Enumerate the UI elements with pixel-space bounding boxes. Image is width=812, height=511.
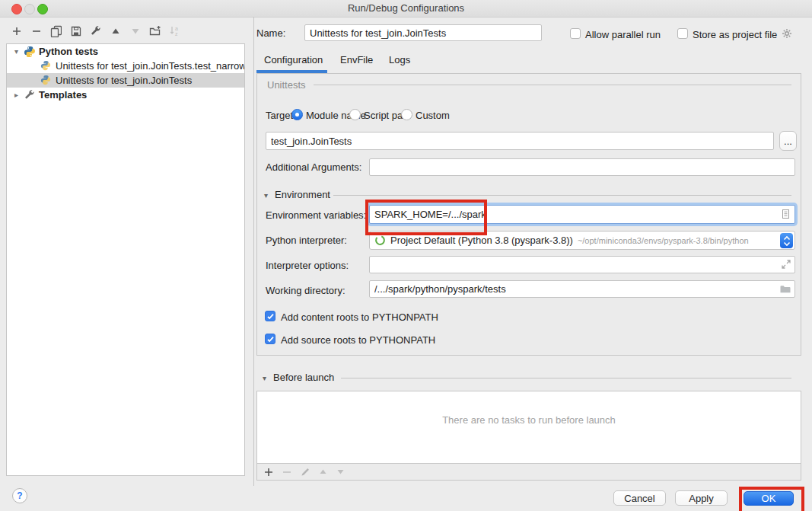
panel-divider[interactable] [253, 17, 254, 486]
conda-environment-icon [374, 235, 386, 246]
copy-configuration-icon[interactable] [50, 25, 62, 37]
configuration-pane: Unittests Target: Module name Script pat… [256, 73, 801, 356]
before-launch-collapse-icon[interactable]: ▾ [263, 374, 266, 382]
help-button[interactable]: ? [12, 488, 27, 503]
additional-arguments-input[interactable] [369, 158, 795, 176]
interpreter-options-label: Interpreter options: [266, 260, 349, 271]
radio-script-path[interactable] [349, 109, 361, 120]
configurations-tree: ▾ Python tests Unittests for test_join.J… [6, 43, 245, 476]
group-divider [314, 85, 791, 85]
interpreter-options-input[interactable] [369, 256, 795, 273]
tree-item-unittest-jointests[interactable]: Unittests for test_join.JoinTests [7, 73, 244, 88]
allow-parallel-run-label: Allow parallel run [585, 29, 661, 40]
env-variables-browse-icon[interactable] [780, 209, 791, 219]
working-directory-input[interactable] [369, 280, 795, 298]
save-configuration-icon[interactable] [70, 25, 81, 37]
radio-custom[interactable] [401, 109, 412, 120]
tree-item-label: Python tests [39, 46, 98, 57]
store-as-project-file-checkbox[interactable] [677, 28, 688, 39]
environment-variables-label: Environment variables: [266, 209, 366, 221]
templates-wrench-icon [24, 89, 36, 101]
move-down-icon [129, 25, 141, 37]
add-configuration-icon[interactable] [11, 25, 22, 37]
add-content-roots-checkbox[interactable] [265, 311, 275, 321]
svg-text:z: z [175, 31, 178, 37]
before-launch-title[interactable]: Before launch [273, 372, 334, 383]
add-source-roots-checkbox[interactable] [265, 334, 275, 344]
edit-templates-icon[interactable] [90, 25, 101, 37]
move-task-down-icon [336, 467, 345, 477]
expand-field-icon[interactable] [781, 259, 791, 270]
additional-arguments-label: Additional Arguments: [266, 161, 361, 173]
allow-parallel-run-checkbox[interactable] [570, 28, 581, 39]
cancel-button[interactable]: Cancel [613, 490, 666, 506]
tree-item-label: Templates [39, 89, 87, 101]
tab-logs[interactable]: Logs [389, 54, 410, 65]
remove-task-icon [282, 467, 292, 477]
python-interpreter-value: Project Default (Python 3.8 (pyspark-3.8… [390, 235, 573, 246]
sort-configurations-icon: az [169, 25, 180, 37]
move-up-icon[interactable] [110, 25, 121, 37]
environment-divider [333, 195, 791, 196]
store-options-gear-icon[interactable] [781, 27, 793, 40]
tab-envfile[interactable]: EnvFile [340, 54, 373, 65]
browse-target-button[interactable]: ... [779, 131, 797, 151]
tree-item-label: Unittests for test_join.JoinTests.test_n… [56, 60, 244, 72]
add-source-roots-label[interactable]: Add source roots to PYTHONPATH [281, 334, 435, 346]
edit-task-icon [300, 467, 310, 477]
before-launch-toolbar [257, 463, 801, 480]
collapsed-triangle-icon[interactable]: ▸ [14, 91, 24, 99]
run-debug-configurations-dialog: Run/Debug Configurations az ▾ Pyt [0, 0, 812, 511]
python-tests-icon [24, 46, 36, 58]
move-task-up-icon [318, 467, 328, 477]
before-launch-divider [341, 378, 791, 378]
environment-variables-input[interactable] [369, 205, 795, 224]
before-launch-empty-message: There are no tasks to run before launch [257, 414, 801, 426]
tab-configuration[interactable]: Configuration [264, 54, 323, 65]
store-as-project-file-label: Store as project file [693, 29, 777, 40]
python-interpreter-select[interactable]: Project Default (Python 3.8 (pyspark-3.8… [369, 231, 795, 250]
environment-section-title[interactable]: Environment [275, 189, 330, 200]
ok-button[interactable]: OK [744, 491, 794, 506]
unittests-group-title: Unittests [267, 79, 306, 91]
tree-item-unittest-narrow[interactable]: Unittests for test_join.JoinTests.test_n… [7, 59, 244, 73]
dropdown-stepper-icon[interactable] [780, 233, 793, 248]
expanded-triangle-icon[interactable]: ▾ [14, 47, 24, 56]
radio-module-name[interactable] [291, 109, 303, 120]
tree-item-label: Unittests for test_join.JoinTests [56, 75, 192, 86]
working-directory-label: Working directory: [266, 285, 345, 296]
add-content-roots-label[interactable]: Add content roots to PYTHONPATH [281, 311, 438, 323]
python-interpreter-path: ~/opt/miniconda3/envs/pyspark-3.8/bin/py… [578, 236, 749, 245]
target-input[interactable] [266, 132, 774, 150]
before-launch-task-list: There are no tasks to run before launch [256, 391, 801, 481]
tree-item-python-tests[interactable]: ▾ Python tests [7, 44, 244, 59]
titlebar[interactable]: Run/Debug Configurations [0, 0, 812, 18]
python-interpreter-label: Python interpreter: [266, 235, 347, 246]
radio-custom-label[interactable]: Custom [416, 110, 450, 121]
window-title: Run/Debug Configurations [0, 2, 812, 14]
name-input[interactable] [304, 24, 542, 41]
browse-folder-icon[interactable] [779, 283, 791, 295]
svg-text:a: a [175, 26, 178, 31]
environment-collapse-icon[interactable]: ▾ [264, 191, 268, 200]
python-test-icon [40, 60, 53, 72]
configurations-toolbar: az [11, 25, 180, 37]
remove-configuration-icon[interactable] [30, 25, 42, 37]
add-task-icon[interactable] [263, 467, 274, 477]
new-folder-icon[interactable] [149, 25, 161, 37]
tree-item-templates[interactable]: ▸ Templates [7, 88, 244, 102]
name-label: Name: [256, 27, 285, 39]
apply-button[interactable]: Apply [675, 490, 728, 506]
python-test-icon [40, 75, 53, 87]
